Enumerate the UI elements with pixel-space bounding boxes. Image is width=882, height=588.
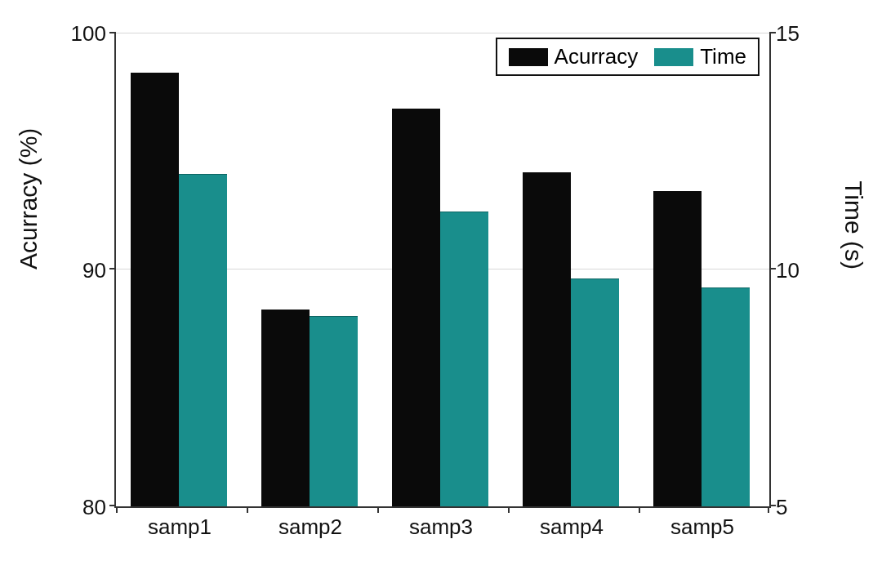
legend: Acurracy Time <box>496 38 760 76</box>
legend-label: Time <box>700 44 746 69</box>
x-tick-label: samp3 <box>409 514 473 540</box>
x-tick-label: samp1 <box>148 514 212 540</box>
bar-accuracy <box>523 172 571 506</box>
tick-mark <box>109 505 116 506</box>
bar-accuracy <box>131 73 179 506</box>
gridline <box>116 33 769 33</box>
bar-accuracy <box>392 109 440 506</box>
legend-label: Acurracy <box>555 44 639 69</box>
tick-mark <box>109 268 116 270</box>
tick-mark <box>769 505 776 506</box>
chart-container: 100 90 80 15 10 5 samp1 samp2 samp3 samp… <box>0 0 882 588</box>
y-left-axis-label: Acurracy (%) <box>15 128 42 270</box>
bar-time <box>310 316 358 506</box>
y-right-tick-label: 15 <box>776 21 858 47</box>
legend-item-accuracy: Acurracy <box>509 44 639 69</box>
tick-mark <box>768 506 769 513</box>
y-left-tick-label: 80 <box>24 495 106 520</box>
y-right-axis-label: Time (s) <box>840 180 867 270</box>
x-tick-label: samp5 <box>670 514 734 540</box>
tick-mark <box>508 506 510 513</box>
x-tick-label: samp2 <box>278 514 342 540</box>
tick-mark <box>109 32 116 33</box>
plot-area <box>114 33 771 508</box>
bar-accuracy <box>261 310 310 506</box>
y-right-tick-label: 5 <box>776 495 858 520</box>
tick-mark <box>247 506 248 513</box>
bar-time <box>179 174 227 506</box>
bar-time <box>571 278 619 506</box>
tick-mark <box>769 32 776 33</box>
tick-mark <box>639 506 640 513</box>
legend-item-time: Time <box>654 44 746 69</box>
x-tick-label: samp4 <box>540 514 604 540</box>
y-left-tick-label: 100 <box>24 21 106 47</box>
bar-time <box>440 212 488 506</box>
tick-mark <box>769 268 776 270</box>
legend-swatch-icon <box>509 48 548 66</box>
tick-mark <box>116 506 118 513</box>
bar-time <box>702 287 750 506</box>
tick-mark <box>377 506 379 513</box>
legend-swatch-icon <box>654 48 693 66</box>
bar-accuracy <box>653 191 702 506</box>
